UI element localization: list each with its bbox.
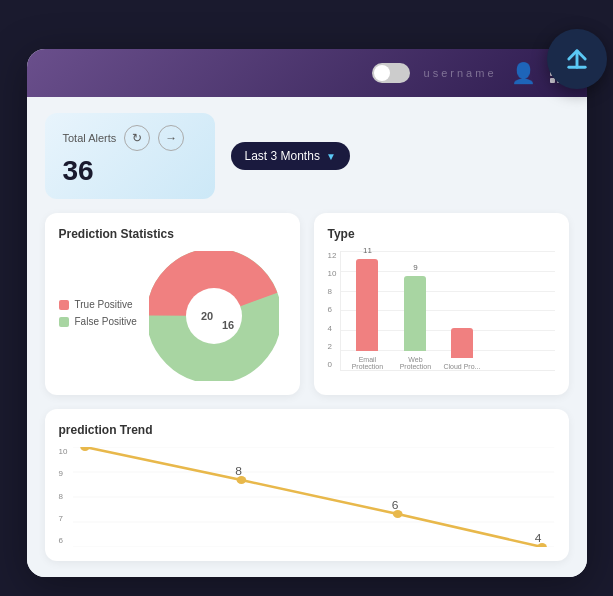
refresh-button[interactable]: ↻ [124, 125, 150, 151]
bars-area: 11 Email Protection 9 Web Protection [340, 251, 554, 371]
prediction-stats-card: Prediction Statistics True Positive Fals… [45, 213, 300, 395]
prediction-stats-title: Prediction Statistics [59, 227, 286, 241]
user-label: username [424, 67, 497, 79]
trend-label-3: 6 [392, 500, 399, 511]
navigate-button[interactable]: → [158, 125, 184, 151]
bar-cloud-rect [451, 328, 473, 358]
trend-label-4: 4 [535, 533, 542, 544]
trend-label-2: 8 [236, 466, 243, 477]
type-chart-card: Type 12 10 8 6 4 2 0 [314, 213, 569, 395]
trend-line-chart: 10 8 6 4 [73, 447, 554, 547]
legend-false-positive: False Positive [59, 316, 137, 327]
svg-point-4 [186, 288, 242, 344]
alerts-row: Total Alerts ↻ → 36 Last 3 Months ▼ [45, 113, 569, 199]
main-dashboard-card: username 👤 Total Alerts ↻ → 36 Last 3 Mo… [27, 49, 587, 577]
bar-email-rect [356, 259, 378, 351]
fab-upload-button[interactable] [547, 29, 607, 89]
pie-label-true: 16 [222, 319, 234, 331]
true-positive-dot [59, 300, 69, 310]
trend-chart-card: prediction Trend 10 9 8 7 6 [45, 409, 569, 561]
false-positive-dot [59, 317, 69, 327]
trend-title: prediction Trend [59, 423, 555, 437]
legend-true-positive: True Positive [59, 299, 137, 310]
trend-y-axis: 10 9 8 7 6 [59, 447, 68, 547]
trend-point-1 [81, 447, 91, 451]
bar-chart-container: 12 10 8 6 4 2 0 [328, 251, 555, 371]
bar-web-rect [404, 276, 426, 351]
pie-container: True Positive False Positive [59, 251, 286, 381]
filter-button[interactable]: Last 3 Months ▼ [231, 142, 350, 170]
total-alerts-box: Total Alerts ↻ → 36 [45, 113, 215, 199]
trend-point-2 [237, 476, 247, 484]
content-area: Total Alerts ↻ → 36 Last 3 Months ▼ Pred… [27, 97, 587, 577]
avatar-icon[interactable]: 👤 [511, 61, 536, 85]
pie-legend: True Positive False Positive [59, 299, 137, 333]
pie-chart: 20 16 [149, 251, 279, 381]
charts-row: Prediction Statistics True Positive Fals… [45, 213, 569, 395]
filter-icon: ▼ [326, 151, 336, 162]
trend-chart-area: 10 9 8 7 6 [59, 447, 555, 547]
type-chart-title: Type [328, 227, 555, 241]
total-alerts-value: 36 [63, 155, 197, 187]
bar-cloud: Cloud Pro... [443, 324, 480, 370]
pie-label-false: 20 [201, 310, 213, 322]
bar-email: 11 Email Protection [347, 246, 387, 370]
filter-label: Last 3 Months [245, 149, 320, 163]
toggle-switch[interactable] [372, 63, 410, 83]
trend-point-3 [393, 510, 403, 518]
total-alerts-label: Total Alerts ↻ → [63, 125, 197, 151]
y-axis: 12 10 8 6 4 2 0 [328, 251, 337, 371]
top-bar: username 👤 [27, 49, 587, 97]
bar-web: 9 Web Protection [395, 263, 435, 370]
